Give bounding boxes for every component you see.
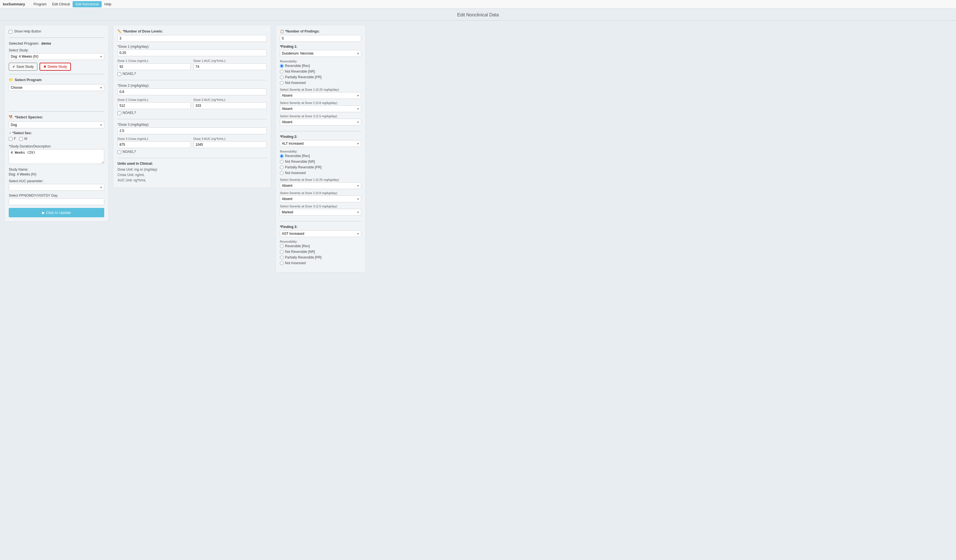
dose-2-auc-label: Dose 2 AUC (ng*h/mL): xyxy=(193,98,267,101)
finding-3-na-radio[interactable] xyxy=(280,261,283,265)
finding-2-sev-d2: Select Severity at Dose 2 (0.8 mg/kg/day… xyxy=(280,191,361,202)
finding-1-sev-d2-select[interactable]: AbsentMinimalMildModerateMarkedSevere xyxy=(280,105,361,112)
units-label: Units used in Clinical: xyxy=(118,162,267,165)
study-duration-textarea[interactable]: 4 Weeks (IV) xyxy=(9,149,104,164)
select-species-heading: 🐕 *Select Species: xyxy=(9,115,104,119)
nav-help[interactable]: Help xyxy=(102,1,115,7)
finding-3-pr-radio[interactable] xyxy=(280,256,283,260)
sex-f-checkbox[interactable] xyxy=(9,137,13,141)
dose-3-input[interactable] xyxy=(118,127,267,134)
sex-f-option: F xyxy=(9,137,16,141)
dose-2-noael-checkbox[interactable] xyxy=(118,111,121,115)
study-buttons: ✔ Save Study ✖ Delete Study xyxy=(9,63,104,71)
finding-2-select[interactable]: ALT Increased AST Increased Duodenum: Ne… xyxy=(280,140,361,147)
sex-options: F M xyxy=(9,137,104,142)
dose-3-auc-input[interactable] xyxy=(193,141,267,148)
finding-2-sev-d1-select[interactable]: AbsentMinimalMildModerateMarkedSevere xyxy=(280,182,361,189)
program-select-wrapper[interactable]: Choose xyxy=(9,84,104,91)
dose-3-pk: Dose 3 Cmax (ng/mL): Dose 3 AUC (ng*h/mL… xyxy=(118,137,267,148)
dose-2-section: *Dose 2 (mg/kg/day): Dose 2 Cmax (ng/mL)… xyxy=(118,83,267,119)
sex-label: ♀ *Select Sex: xyxy=(9,131,104,135)
dose-3-auc-label: Dose 3 AUC (ng*h/mL): xyxy=(193,137,267,140)
selected-program-value: demo xyxy=(41,41,51,46)
finding-1-nr-option: Not Reversible [NR] xyxy=(280,69,361,74)
finding-1-sev-d1-select[interactable]: AbsentMinimalMildModerateMarkedSevere xyxy=(280,92,361,99)
selected-program-row: Selected Program: demo xyxy=(9,41,104,46)
save-study-button[interactable]: ✔ Save Study xyxy=(9,63,37,71)
dose-2-auc-input[interactable] xyxy=(193,102,267,109)
finding-3-reversibility-label: Reversibility: xyxy=(280,240,361,243)
finding-1-sev-d3-select[interactable]: AbsentMinimalMildModerateMarkedSevere xyxy=(280,119,361,126)
dose-3-cmax-label: Dose 3 Cmax (ng/mL): xyxy=(118,137,191,140)
finding-2-section: *Finding 2: ALT Increased AST Increased … xyxy=(280,135,361,222)
finding-1-sev-d2: Select Severity at Dose 2 (0.8 mg/kg/day… xyxy=(280,101,361,112)
finding-3-section: *Finding 3: AST Increased ALT Increased … xyxy=(280,225,361,266)
program-select-dropdown[interactable]: Choose xyxy=(9,84,104,91)
finding-2-na-radio[interactable] xyxy=(280,171,283,175)
click-to-update-button[interactable]: ▶ Click to Update xyxy=(9,208,104,217)
dose-3-noael: NOAEL? xyxy=(118,150,267,154)
show-help-label: Show Help Button xyxy=(14,29,41,33)
dose-1-input[interactable] xyxy=(118,49,267,56)
finding-3-label: *Finding 3: xyxy=(280,225,361,229)
ppnomdy-input[interactable] xyxy=(9,198,104,205)
dose-2-cmax-field: Dose 2 Cmax (ng/mL): xyxy=(118,98,191,109)
main-layout: Show Help Button Selected Program: demo … xyxy=(0,20,956,277)
finding-2-rev-radio[interactable] xyxy=(280,154,283,158)
cmax-unit: Cmax Unit: ng/mL xyxy=(118,172,267,178)
sex-m-checkbox[interactable] xyxy=(19,137,23,141)
finding-1-pr-option: Partially Reversible [PR] xyxy=(280,75,361,79)
finding-3-select[interactable]: AST Increased ALT Increased Duodenum: Ne… xyxy=(280,230,361,237)
ppnomdy-field: Select PPNOMDY/VISITDY Day: xyxy=(9,193,104,205)
finding-2-label: *Finding 2: xyxy=(280,135,361,139)
finding-2-pr-radio[interactable] xyxy=(280,165,283,169)
finding-3-rev-radio[interactable] xyxy=(280,244,283,248)
delete-study-button[interactable]: ✖ Delete Study xyxy=(39,63,71,71)
dose-2-cmax-input[interactable] xyxy=(118,102,191,109)
num-findings-field: 📋 *Number of Findings: xyxy=(280,29,361,42)
delete-icon: ✖ xyxy=(44,65,46,69)
finding-1-section: *Finding 1: Duodenum: Necrosis ALT Incre… xyxy=(280,45,361,131)
finding-2-sev-d1: Select Severity at Dose 1 (0.25 mg/kg/da… xyxy=(280,178,361,189)
finding-2-nr-radio[interactable] xyxy=(280,160,283,164)
finding-1-select[interactable]: Duodenum: Necrosis ALT Increased AST Inc… xyxy=(280,50,361,57)
dose-3-section: *Dose 3 (mg/kg/day): Dose 3 Cmax (ng/mL)… xyxy=(118,123,267,158)
dog-icon: 🐕 xyxy=(9,115,13,119)
finding-1-nr-radio[interactable] xyxy=(280,70,283,74)
nav-program[interactable]: Program xyxy=(31,1,49,7)
nav-edit-clinical[interactable]: Edit Clinical xyxy=(49,1,73,7)
show-help-checkbox[interactable] xyxy=(9,30,13,34)
finding-1-sev-d1: Select Severity at Dose 1 (0.25 mg/kg/da… xyxy=(280,88,361,99)
select-study-dropdown[interactable]: Dog: 4 Weeks (IV) xyxy=(9,53,104,60)
dose-2-noael-label: NOAEL? xyxy=(123,111,136,115)
dose-1-noael-checkbox[interactable] xyxy=(118,72,121,76)
finding-2-select-wrapper[interactable]: ALT Increased AST Increased Duodenum: Ne… xyxy=(280,140,361,147)
dose-3-cmax-input[interactable] xyxy=(118,141,191,148)
num-dose-levels-input[interactable] xyxy=(118,35,267,42)
dose-1-auc-input[interactable] xyxy=(193,63,267,70)
brand-logo: toxSummary xyxy=(3,2,25,6)
auc-param-select[interactable]: AUCinf AUClast xyxy=(9,184,104,191)
dose-2-field: *Dose 2 (mg/kg/day): xyxy=(118,83,267,95)
dose-2-input[interactable] xyxy=(118,88,267,95)
auc-param-wrapper[interactable]: AUCinf AUClast xyxy=(9,184,104,191)
finding-2-sev-d3-select[interactable]: AbsentMinimalMildModerateMarkedSevere xyxy=(280,209,361,216)
dose-2-auc-field: Dose 2 AUC (ng*h/mL): xyxy=(193,98,267,109)
finding-1-na-radio[interactable] xyxy=(280,81,283,85)
num-dose-levels-field: ✏️ *Number of Dose Levels: xyxy=(118,29,267,42)
finding-2-sev-d2-select[interactable]: AbsentMinimalMildModerateMarkedSevere xyxy=(280,195,361,202)
dose-3-noael-checkbox[interactable] xyxy=(118,150,121,154)
finding-1-rev-radio[interactable] xyxy=(280,64,283,68)
finding-3-select-wrapper[interactable]: AST Increased ALT Increased Duodenum: Ne… xyxy=(280,230,361,237)
species-select[interactable]: Dog Rat Mouse Monkey xyxy=(9,121,104,128)
species-select-wrapper[interactable]: Dog Rat Mouse Monkey xyxy=(9,121,104,128)
study-duration-label: *Study Duration/Description: xyxy=(9,145,104,148)
dose-1-pk: Dose 1 Cmax (ng/mL): Dose 1 AUC (ng*h/mL… xyxy=(118,59,267,70)
dose-1-cmax-input[interactable] xyxy=(118,63,191,70)
num-findings-input[interactable] xyxy=(280,35,361,42)
finding-3-nr-radio[interactable] xyxy=(280,250,283,254)
finding-1-pr-radio[interactable] xyxy=(280,76,283,79)
nav-edit-nonclinical[interactable]: Edit Nonclinical xyxy=(72,1,101,7)
select-study-wrapper[interactable]: Dog: 4 Weeks (IV) xyxy=(9,53,104,60)
finding-1-select-wrapper[interactable]: Duodenum: Necrosis ALT Increased AST Inc… xyxy=(280,50,361,57)
